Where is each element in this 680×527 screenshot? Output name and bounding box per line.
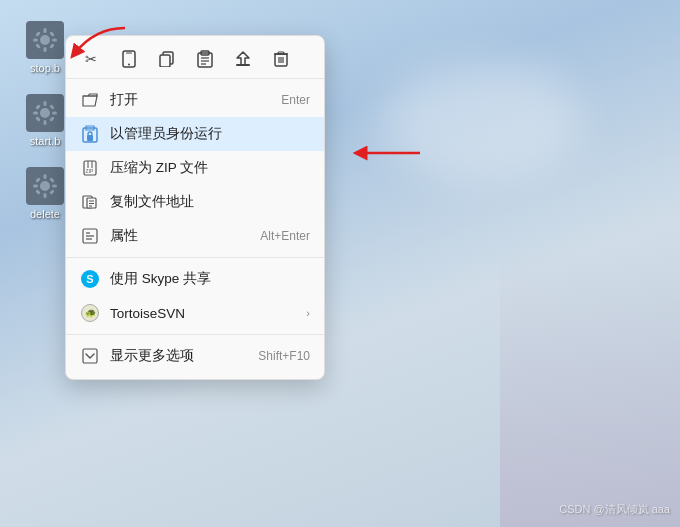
skype-icon: S — [80, 269, 100, 289]
compress-zip-label: 压缩为 ZIP 文件 — [110, 159, 310, 177]
menu-item-copy-path[interactable]: 复制文件地址 — [66, 185, 324, 219]
svg-rect-19 — [44, 174, 47, 179]
menu-item-properties[interactable]: 属性 Alt+Enter — [66, 219, 324, 253]
properties-shortcut: Alt+Enter — [260, 229, 310, 243]
svg-rect-13 — [52, 112, 57, 115]
svg-rect-23 — [35, 177, 41, 183]
svg-point-9 — [40, 108, 50, 118]
svg-rect-7 — [35, 43, 41, 49]
svg-rect-61 — [83, 349, 97, 363]
svg-rect-41 — [278, 52, 284, 54]
run-as-admin-label: 以管理员身份运行 — [110, 125, 310, 143]
tortoise-svn-label: TortoiseSVN — [110, 306, 296, 321]
svg-rect-26 — [49, 189, 55, 195]
toolbar-copy-icon[interactable] — [156, 48, 178, 70]
svg-rect-32 — [160, 55, 170, 67]
more-options-label: 显示更多选项 — [110, 347, 238, 365]
menu-item-more-options[interactable]: 显示更多选项 Shift+F10 — [66, 339, 324, 373]
paste-svg — [197, 50, 213, 68]
arrow-annotation-top — [55, 18, 135, 72]
svg-point-47 — [88, 132, 92, 136]
svg-rect-10 — [44, 101, 47, 106]
watermark: CSDN @清风倾岚 aaa — [559, 502, 670, 517]
open-icon — [80, 90, 100, 110]
menu-item-open[interactable]: 打开 Enter — [66, 83, 324, 117]
delete-icon-image — [26, 167, 64, 205]
arrow-svg-admin — [330, 128, 430, 178]
svg-rect-20 — [44, 193, 47, 198]
submenu-arrow-icon: › — [306, 307, 310, 319]
more-options-shortcut: Shift+F10 — [258, 349, 310, 363]
copy-path-svg — [82, 195, 98, 209]
menu-item-run-as-admin[interactable]: 以管理员身份运行 — [66, 117, 324, 151]
skype-circle-icon: S — [81, 270, 99, 288]
divider-2 — [66, 334, 324, 335]
admin-svg — [82, 125, 98, 143]
svg-text:ZIP: ZIP — [86, 168, 94, 174]
more-options-icon — [80, 346, 100, 366]
tortoise-circle-icon: 🐢 — [81, 304, 99, 322]
svg-rect-3 — [33, 39, 38, 42]
svg-rect-6 — [49, 31, 55, 37]
menu-item-compress-zip[interactable]: ZIP 压缩为 ZIP 文件 — [66, 151, 324, 185]
svg-point-0 — [40, 35, 50, 45]
skype-share-label: 使用 Skype 共享 — [110, 270, 310, 288]
admin-icon — [80, 124, 100, 144]
copy-svg — [159, 51, 175, 67]
svg-rect-5 — [35, 31, 41, 37]
svg-rect-8 — [49, 43, 55, 49]
more-options-svg — [82, 348, 98, 364]
svg-point-18 — [40, 181, 50, 191]
toolbar-share-icon[interactable] — [232, 48, 254, 70]
arrow-annotation-admin — [330, 128, 430, 182]
properties-label: 属性 — [110, 227, 240, 245]
svg-rect-25 — [35, 189, 41, 195]
copy-path-label: 复制文件地址 — [110, 193, 310, 211]
menu-item-skype-share[interactable]: S 使用 Skype 共享 — [66, 262, 324, 296]
divider-1 — [66, 257, 324, 258]
svg-rect-22 — [52, 185, 57, 188]
folder-open-svg — [82, 93, 98, 107]
gear-svg-start — [31, 99, 59, 127]
svg-rect-14 — [35, 104, 41, 110]
toolbar-trash-icon[interactable] — [270, 48, 292, 70]
svg-rect-12 — [33, 112, 38, 115]
properties-icon — [80, 226, 100, 246]
tortoise-icon: 🐢 — [80, 303, 100, 323]
menu-item-tortoise-svn[interactable]: 🐢 TortoiseSVN › — [66, 296, 324, 330]
open-label: 打开 — [110, 91, 261, 109]
gear-svg-delete — [31, 172, 59, 200]
svg-rect-17 — [49, 116, 55, 122]
svg-rect-16 — [35, 116, 41, 122]
trash-svg — [274, 51, 288, 67]
svg-rect-15 — [49, 104, 55, 110]
delete-icon-label: delete — [30, 208, 60, 220]
zip-svg: ZIP — [83, 160, 97, 176]
svg-rect-1 — [44, 28, 47, 33]
svg-rect-11 — [44, 120, 47, 125]
watermark-text: CSDN @清风倾岚 aaa — [559, 503, 670, 515]
svg-rect-2 — [44, 47, 47, 52]
start-icon-label: start.b — [30, 135, 61, 147]
properties-svg — [82, 228, 98, 244]
context-menu: ✂ — [65, 35, 325, 380]
svg-rect-24 — [49, 177, 55, 183]
toolbar-paste-icon[interactable] — [194, 48, 216, 70]
share-svg — [235, 51, 251, 67]
zip-icon: ZIP — [80, 158, 100, 178]
arrow-svg-top — [55, 18, 135, 68]
svg-rect-38 — [236, 64, 250, 66]
start-icon-image — [26, 94, 64, 132]
open-shortcut: Enter — [281, 93, 310, 107]
svg-rect-21 — [33, 185, 38, 188]
copy-path-icon — [80, 192, 100, 212]
